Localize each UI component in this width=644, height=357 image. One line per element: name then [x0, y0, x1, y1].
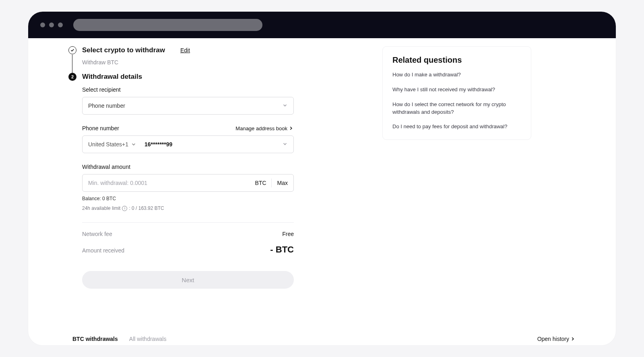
bottom-bar: BTC withdrawals All withdrawals Open his… — [28, 336, 616, 345]
url-bar[interactable] — [73, 19, 262, 31]
network-fee-value: Free — [282, 231, 294, 237]
amount-received-value: - BTC — [270, 244, 294, 255]
chevron-right-icon — [288, 125, 294, 131]
limit-suffix: : 0 / 163.92 BTC — [129, 205, 164, 211]
faq-title: Related questions — [392, 55, 521, 65]
limit-text: 24h available limit i : 0 / 163.92 BTC — [82, 205, 294, 211]
left-column: Select crypto to withdraw Edit Withdraw … — [28, 46, 310, 345]
phone-label-row: Phone number Manage address book — [82, 125, 294, 131]
step-connector-line — [72, 55, 72, 73]
info-icon[interactable]: i — [122, 206, 127, 211]
step-1-title: Select crypto to withdraw — [82, 46, 165, 54]
amount-unit: BTC — [250, 178, 272, 187]
faq-card: Related questions How do I make a withdr… — [382, 46, 531, 140]
phone-label-text: Phone number — [82, 125, 119, 131]
balance-text: Balance: 0 BTC — [82, 196, 294, 201]
next-button[interactable]: Next — [82, 271, 294, 289]
faq-item[interactable]: Do I need to pay fees for deposit and wi… — [392, 123, 521, 131]
phone-number-value[interactable]: 16*******99 — [140, 141, 282, 148]
country-code-value: United States+1 — [88, 141, 128, 148]
chevron-right-icon — [570, 336, 576, 342]
recipient-select-value: Phone number — [88, 103, 125, 109]
limit-prefix: 24h available limit — [82, 205, 120, 211]
manage-address-book-text: Manage address book — [235, 125, 287, 131]
amount-label-text: Withdrawal amount — [82, 164, 130, 170]
amount-label: Withdrawal amount — [82, 164, 294, 170]
tab-btc-withdrawals[interactable]: BTC withdrawals — [72, 336, 118, 342]
chevron-down-icon — [131, 142, 136, 147]
max-button[interactable]: Max — [272, 180, 293, 186]
edit-step-1-link[interactable]: Edit — [180, 47, 190, 53]
step-2-title: Withdrawal details — [82, 73, 142, 81]
browser-titlebar — [28, 12, 616, 38]
chevron-down-icon — [282, 103, 288, 109]
step-1-check-icon — [68, 46, 76, 54]
open-history-link[interactable]: Open history — [537, 336, 576, 342]
browser-frame: Select crypto to withdraw Edit Withdraw … — [28, 12, 616, 345]
faq-item[interactable]: Why have I still not received my withdra… — [392, 86, 521, 94]
amount-input-row: BTC Max — [82, 174, 294, 192]
step-2-number-badge: 2 — [68, 73, 76, 81]
country-code-select[interactable]: United States+1 — [83, 141, 140, 148]
history-tabs: BTC withdrawals All withdrawals — [72, 336, 166, 342]
manage-address-book-link[interactable]: Manage address book — [235, 125, 294, 131]
withdrawal-form: Select recipient Phone number Phone numb… — [82, 86, 294, 289]
divider — [82, 222, 294, 223]
window-dot[interactable] — [40, 23, 45, 27]
chevron-down-icon — [282, 141, 293, 148]
step-2-header: 2 Withdrawal details — [68, 73, 294, 81]
window-controls — [40, 23, 63, 27]
page-content: Select crypto to withdraw Edit Withdraw … — [28, 38, 616, 345]
window-dot[interactable] — [58, 23, 63, 27]
phone-input-row: United States+1 16*******99 — [82, 135, 294, 153]
amount-received-row: Amount received - BTC — [82, 244, 294, 255]
step-1-header: Select crypto to withdraw Edit — [68, 46, 294, 54]
amount-received-label: Amount received — [82, 247, 124, 254]
step-1-subtitle: Withdraw BTC — [82, 59, 294, 66]
right-column: Related questions How do I make a withdr… — [382, 46, 531, 345]
tab-all-withdrawals[interactable]: All withdrawals — [129, 336, 167, 342]
amount-input[interactable] — [83, 180, 250, 186]
window-dot[interactable] — [49, 23, 54, 27]
recipient-select[interactable]: Phone number — [82, 97, 294, 115]
network-fee-row: Network fee Free — [82, 231, 294, 237]
network-fee-label: Network fee — [82, 231, 112, 237]
recipient-label-text: Select recipient — [82, 86, 121, 93]
faq-item[interactable]: How do I select the correct network for … — [392, 101, 521, 116]
recipient-label: Select recipient — [82, 86, 294, 93]
open-history-text: Open history — [537, 336, 569, 342]
faq-item[interactable]: How do I make a withdrawal? — [392, 71, 521, 79]
